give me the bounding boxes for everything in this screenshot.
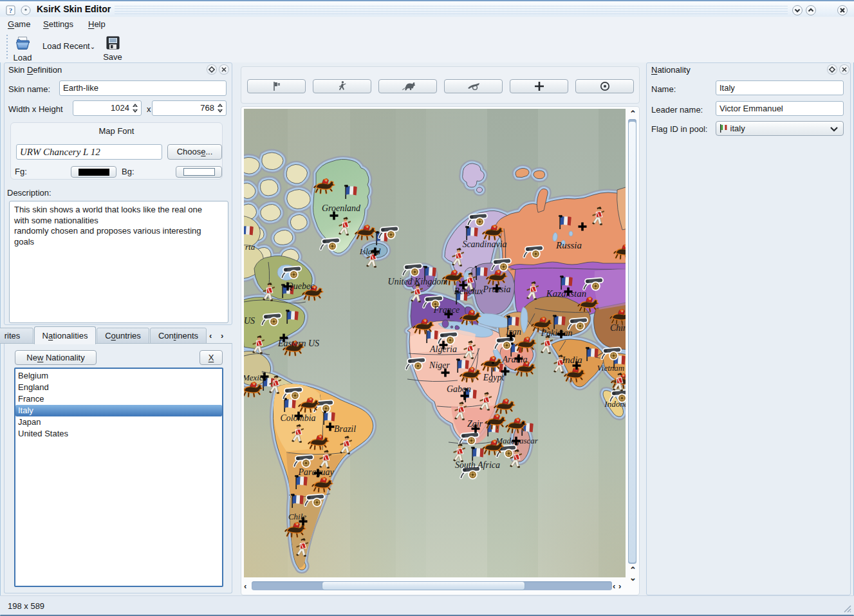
svg-text:Egypt: Egypt [483,373,505,382]
svg-text:Benelux: Benelux [454,286,483,296]
svg-text:Pakistan: Pakistan [541,328,573,338]
svg-text:China: China [610,323,626,333]
svg-text:South Africa: South Africa [455,460,500,470]
svg-text:rta: rta [245,242,255,252]
svg-text:India: India [561,355,582,365]
svg-text:Russia: Russia [555,240,582,250]
svg-text:Groenland: Groenland [322,203,361,213]
svg-text:?: ? [9,6,13,14]
svg-text:Indonesia: Indonesia [604,399,626,409]
svg-text:United Kingdom: United Kingdom [388,277,448,286]
svg-text:US: US [244,316,255,326]
svg-text:Vietnam: Vietnam [597,363,624,373]
svg-text:Scandinavia: Scandinavia [462,239,506,249]
svg-text:Gabon: Gabon [447,384,471,394]
svg-text:Niger: Niger [429,360,450,370]
svg-text:Brazil: Brazil [334,424,356,434]
svg-text:Kazakstan: Kazakstan [546,288,587,299]
